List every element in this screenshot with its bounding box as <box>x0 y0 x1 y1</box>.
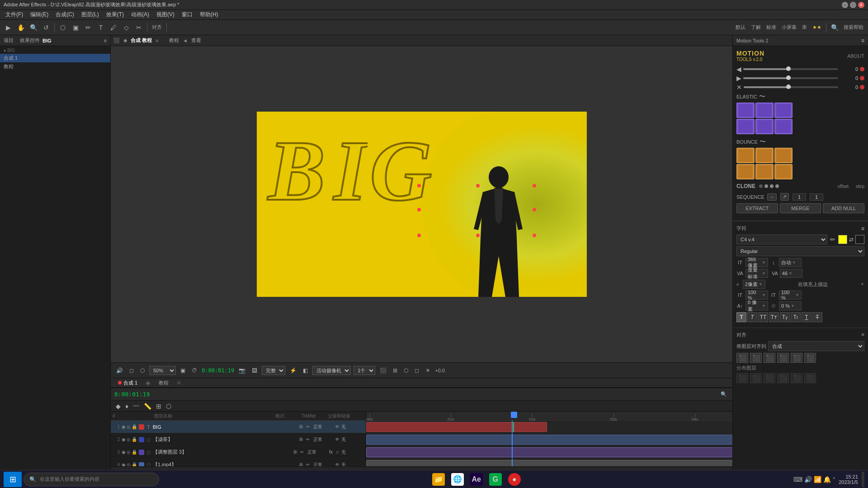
elastic-preset-3[interactable] <box>774 103 793 118</box>
learn-workspace[interactable]: 了解 <box>749 24 763 31</box>
search-button[interactable]: 🔍 <box>829 22 840 33</box>
char-tsukimi-val[interactable]: 0 % ▼ <box>779 301 802 310</box>
tab-tutorial[interactable]: 教程 <box>155 379 172 387</box>
breadcrumb-item[interactable]: ♦ BIG <box>4 48 15 53</box>
dist-hcenter-btn[interactable]: ⬛ <box>750 373 762 383</box>
track-eye-1[interactable]: ◉ <box>122 424 126 429</box>
track-lock-2[interactable]: 🔒 <box>132 437 137 442</box>
track-lock-4[interactable]: 🔒 <box>132 462 137 466</box>
align-hcenter-btn[interactable]: ⬛ <box>750 353 762 363</box>
snapshot-btn[interactable]: 📷 <box>237 366 247 375</box>
timeline-search-btn[interactable]: 🔍 <box>719 390 729 398</box>
preview-video-btn[interactable]: ◻ <box>127 366 136 375</box>
panel-menu-icon[interactable]: ≡ <box>104 38 107 43</box>
mt-slider-thumb-y[interactable] <box>786 75 791 80</box>
tool-rotate[interactable]: ↺ <box>41 22 52 33</box>
align-top-btn[interactable]: ⬛ <box>777 353 789 363</box>
tool-select[interactable]: ▶ <box>3 22 14 33</box>
style-super[interactable]: Ty <box>780 312 790 322</box>
align-right-btn[interactable]: ⬛ <box>764 353 775 363</box>
tl-mask-btn[interactable]: ⊞ <box>155 402 163 410</box>
mt-slider-thumb-x[interactable] <box>786 66 791 71</box>
taskbar-app-green[interactable]: G <box>486 472 505 487</box>
bounce-preset-3[interactable] <box>774 148 793 163</box>
merge-btn[interactable]: MERGE <box>780 203 821 213</box>
default-workspace[interactable]: 默认 <box>734 24 747 31</box>
track-bar-3[interactable] <box>366 447 732 457</box>
track-edit-4[interactable]: ✏ <box>306 462 310 466</box>
seq-btn-2[interactable]: ↗ <box>780 193 789 201</box>
show-desktop-btn[interactable] <box>862 472 864 487</box>
start-button[interactable]: ⊞ <box>4 472 22 487</box>
view-layout-btn[interactable]: ⬛ <box>378 366 388 375</box>
taskbar-app-browser[interactable]: 🌐 <box>448 472 467 487</box>
mt-dot-y[interactable] <box>860 76 864 80</box>
tool-rect[interactable]: ▣ <box>70 22 81 33</box>
track-row-4[interactable]: 4 ◉ ◎ 🔒 □ 【1.mp4】 单 ✏ 正常 👁 无 <box>111 459 366 466</box>
tab-comp1[interactable]: 合成 1 <box>114 379 141 387</box>
view-num-dropdown[interactable]: 1个 <box>354 366 375 375</box>
mt-arrow-cross-z[interactable]: ✕ <box>736 84 742 91</box>
small-screen-workspace[interactable]: 小屏幕 <box>780 24 798 31</box>
char-baseline-val[interactable]: 2像素 ▼ <box>743 280 765 289</box>
style-bold[interactable]: T <box>736 312 746 322</box>
char-fill-color[interactable] <box>838 235 847 244</box>
tool-diamond[interactable]: ◇ <box>121 22 132 33</box>
tool-zoom[interactable]: 🔍 <box>28 22 39 33</box>
menu-file[interactable]: 文件(F) <box>2 10 27 19</box>
track-bar-1[interactable] <box>366 422 547 432</box>
star-workspace[interactable]: ★★ <box>811 24 823 30</box>
network-icon[interactable]: 📶 <box>814 476 821 483</box>
elastic-preset-5[interactable] <box>755 119 774 134</box>
seq-val-1[interactable] <box>793 193 806 201</box>
elastic-preset-1[interactable] <box>736 103 755 118</box>
style-smallcaps[interactable]: Tᴛ <box>769 312 779 322</box>
char-scale-v-val[interactable]: 100 % ▼ <box>779 291 802 300</box>
char-size-val[interactable]: 366 像素 ▼ <box>745 258 768 267</box>
quality-dropdown[interactable]: 完整 一半 <box>262 366 285 375</box>
canvas-area[interactable]: B I G <box>111 46 732 362</box>
playhead-indicator[interactable] <box>511 412 517 418</box>
char-swap-icon[interactable]: ⇄ <box>849 236 854 243</box>
align-vcenter-btn[interactable]: ⬛ <box>791 353 802 363</box>
exposure-btn[interactable]: ☀ <box>424 366 432 375</box>
extract-btn[interactable]: EXTRACT <box>736 203 778 213</box>
style-sub[interactable]: Tr <box>791 312 801 322</box>
menu-view[interactable]: 视图(V) <box>153 10 178 19</box>
expand-tray-icon[interactable]: ^ <box>833 477 835 482</box>
char-stroke-color[interactable] <box>855 235 864 244</box>
dist-top-btn[interactable]: ⬛ <box>777 373 789 383</box>
tl-ruler-btn[interactable]: 📏 <box>142 402 153 410</box>
mt-dot-z[interactable] <box>860 85 864 89</box>
bounce-preset-6[interactable] <box>774 164 793 179</box>
elastic-preset-2[interactable] <box>755 103 774 118</box>
tab-tutorial[interactable]: 教程 <box>169 37 179 44</box>
tl-preview-btn[interactable]: ♦ <box>124 402 130 410</box>
mt-dot-x[interactable] <box>860 67 864 71</box>
tl-3d-btn[interactable]: ⬡ <box>165 402 173 410</box>
dist-bottom-btn[interactable]: ⬛ <box>804 373 816 383</box>
transparency-btn[interactable]: ◧ <box>301 366 310 375</box>
project-item-tutorial[interactable]: 教程 <box>0 62 110 71</box>
char-menu-icon[interactable]: ≡ <box>861 225 864 232</box>
mt-arrow-left-x[interactable]: ◀ <box>736 66 741 73</box>
mt-arrow-right-y[interactable]: ▶ <box>736 75 741 82</box>
time-display[interactable]: ⏱ <box>190 366 199 375</box>
track-eye-3[interactable]: ◉ <box>122 450 126 455</box>
align-menu-icon[interactable]: ≡ <box>862 332 864 338</box>
track-lock-3[interactable]: 🔒 <box>132 450 137 455</box>
tab-view[interactable]: 查看 <box>191 37 201 44</box>
close-button[interactable]: ✕ <box>858 2 864 8</box>
fit-btn[interactable]: ▣ <box>179 366 187 375</box>
viewer-menu[interactable]: ≡ <box>156 38 158 43</box>
seq-btn-1[interactable]: → <box>767 193 777 201</box>
track-eye-2[interactable]: ◉ <box>122 437 126 442</box>
add-null-btn[interactable]: ADD NULL <box>823 203 864 213</box>
menu-animation[interactable]: 动画(A) <box>127 10 153 19</box>
track-row-3[interactable]: 3 ◉ ◎ 🔒 □ 【调整图层 3】 单 ✏ 正常 fx ☆ <box>111 446 366 459</box>
elastic-preset-4[interactable] <box>736 119 755 134</box>
track-edit-3[interactable]: ✏ <box>300 450 304 455</box>
mt-slider-thumb-z[interactable] <box>786 84 791 89</box>
font-select[interactable]: C4 v.4 <box>736 235 827 244</box>
taskbar-app-ae[interactable]: Ae <box>467 472 486 487</box>
